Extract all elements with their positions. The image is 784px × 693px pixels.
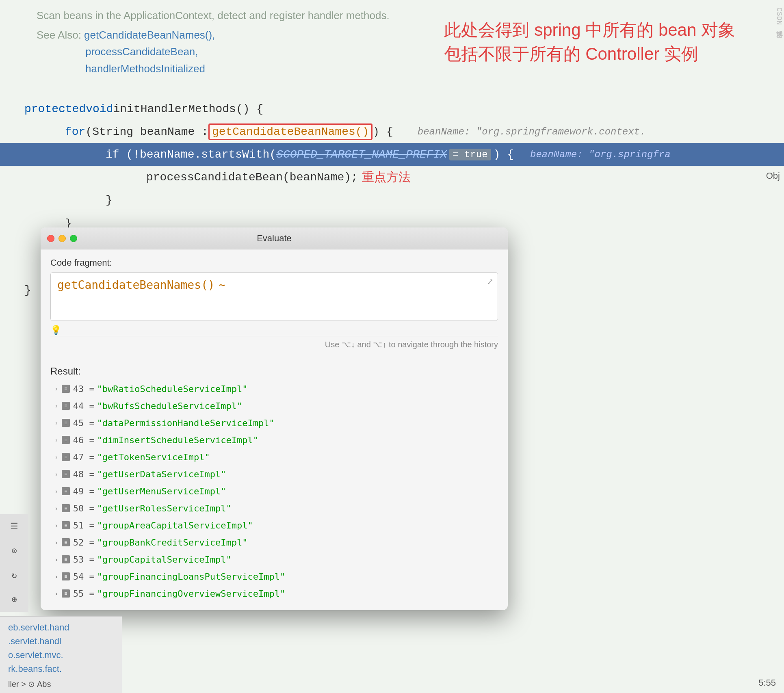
value-51: "groupAreaCapitalServiceImpl"	[97, 520, 253, 531]
result-item-43[interactable]: › ≡ 43 = "bwRatioScheduleServiceImpl"	[50, 380, 498, 397]
value-50: "getUserRolesServiceImpl"	[97, 503, 232, 513]
see-also-link2[interactable]: processCandidateBean,	[85, 45, 198, 58]
dialog-titlebar: Evaluate	[41, 227, 508, 249]
index-43: 43 =	[73, 384, 95, 394]
result-label: Result:	[50, 366, 498, 377]
result-item-47[interactable]: › ≡ 47 = "getTokenServiceImpl"	[50, 448, 498, 466]
chevron-icon-44: ›	[54, 402, 58, 410]
see-also-link1[interactable]: getCandidateBeanNames(),	[84, 29, 215, 41]
index-55: 55 =	[73, 589, 95, 599]
value-54: "groupFinancingLoansPutServiceImpl"	[97, 572, 286, 582]
code-input-area[interactable]: getCandidateBeanNames() ~ ⤢	[50, 272, 498, 321]
result-item-46[interactable]: › ≡ 46 = "dimInsertScheduleServiceImpl"	[50, 431, 498, 448]
chevron-icon-47: ›	[54, 453, 58, 461]
index-53: 53 =	[73, 554, 95, 565]
value-49: "getUserMenuServiceImpl"	[97, 486, 226, 496]
value-48: "getUserDataServiceImpl"	[97, 469, 226, 479]
result-item-52[interactable]: › ≡ 52 = "groupBankCreditServiceImpl"	[50, 534, 498, 551]
chevron-icon-54: ›	[54, 573, 58, 580]
chevron-icon-43: ›	[54, 385, 58, 393]
maximize-button[interactable]	[70, 235, 77, 242]
see-also-link3[interactable]: handlerMethodsInitialized	[85, 63, 205, 75]
hint-beanname2: beanName: "org.springfra	[530, 149, 671, 160]
value-53: "groupCapitalServiceImpl"	[97, 554, 232, 565]
breadcrumb: ller > ⊙ Abs	[8, 679, 114, 689]
chinese-annotation: 此处会得到 spring 中所有的 bean 对象 包括不限于所有的 Contr…	[444, 18, 735, 66]
result-list: › ≡ 43 = "bwRatioScheduleServiceImpl" › …	[50, 380, 498, 602]
code-line-1: protected void initHandlerMethods() {	[0, 97, 784, 120]
keyword-for: for	[65, 126, 85, 138]
index-54: 54 =	[73, 572, 95, 582]
for-close: ) {	[373, 126, 393, 138]
index-51: 51 =	[73, 520, 95, 531]
result-item-55[interactable]: › ≡ 55 = "groupFinancingOverviewServiceI…	[50, 585, 498, 602]
value-46: "dimInsertScheduleServiceImpl"	[97, 435, 258, 445]
refresh-icon[interactable]: ↻	[6, 567, 22, 583]
result-item-54[interactable]: › ≡ 54 = "groupFinancingLoansPutServiceI…	[50, 568, 498, 585]
chevron-icon-49: ›	[54, 487, 58, 495]
result-item-44[interactable]: › ≡ 44 = "bwRufsScheduleServiceImpl"	[50, 397, 498, 414]
close-brace-if: }	[106, 194, 113, 206]
index-44: 44 =	[73, 401, 95, 411]
history-hint: Use ⌥↓ and ⌥↑ to navigate through the hi…	[50, 336, 498, 353]
if-close: ) {	[494, 148, 514, 161]
code-line-3: if (!beanName.startsWith( SCOPED_TARGET_…	[0, 143, 784, 166]
result-item-49[interactable]: › ≡ 49 = "getUserMenuServiceImpl"	[50, 483, 498, 500]
result-item-45[interactable]: › ≡ 45 = "dataPermissionHandleServiceImp…	[50, 414, 498, 431]
for-content: (String beanName :	[85, 126, 208, 138]
close-brace-method: }	[24, 284, 31, 297]
bottom-link-1[interactable]: eb.servlet.hand	[8, 621, 114, 635]
code-fragment-label: Code fragment:	[50, 258, 498, 268]
code-line-2: for (String beanName : getCandidateBeanN…	[0, 120, 784, 143]
camera-icon[interactable]: ⊙	[6, 543, 22, 559]
bean-icon-44: ≡	[62, 402, 70, 410]
minimize-button[interactable]	[58, 235, 66, 242]
chevron-icon-55: ›	[54, 590, 58, 598]
index-45: 45 =	[73, 418, 95, 428]
traffic-lights	[47, 235, 77, 242]
chinese-line2: 包括不限于所有的 Controller 实例	[444, 42, 735, 66]
close-button[interactable]	[47, 235, 54, 242]
bottom-link-4[interactable]: rk.beans.fact.	[8, 662, 114, 676]
time-display: 5:55	[758, 678, 776, 688]
keyword-protected: protected	[24, 103, 86, 115]
value-47: "getTokenServiceImpl"	[97, 452, 210, 462]
bean-icon-55: ≡	[62, 589, 70, 598]
bean-icon-50: ≡	[62, 504, 70, 512]
dialog-body: Code fragment: getCandidateBeanNames() ~…	[41, 249, 508, 366]
bottom-link-3[interactable]: o.servlet.mvc.	[8, 648, 114, 662]
result-item-51[interactable]: › ≡ 51 = "groupAreaCapitalServiceImpl"	[50, 517, 498, 534]
comment-text: Scan beans in the ApplicationContext, de…	[37, 9, 390, 22]
code-line-4: processCandidateBean(beanName); 重点方法	[0, 166, 784, 188]
chevron-icon-45: ›	[54, 419, 58, 427]
true-badge: = true	[449, 149, 491, 160]
chevron-icon-53: ›	[54, 556, 58, 563]
bean-icon-49: ≡	[62, 487, 70, 495]
bottom-link-2[interactable]: .servlet.handl	[8, 635, 114, 648]
chevron-icon-46: ›	[54, 436, 58, 444]
bean-icon-48: ≡	[62, 470, 70, 478]
bean-icon-47: ≡	[62, 453, 70, 461]
bean-icon-53: ≡	[62, 555, 70, 563]
value-52: "groupBankCreditServiceImpl"	[97, 537, 248, 548]
bean-icon-45: ≡	[62, 419, 70, 427]
result-item-53[interactable]: › ≡ 53 = "groupCapitalServiceImpl"	[50, 551, 498, 568]
method-name: initHandlerMethods() {	[113, 103, 263, 115]
see-also-label: See Also:	[37, 29, 81, 41]
bean-icon-43: ≡	[62, 385, 70, 393]
index-46: 46 =	[73, 435, 95, 445]
process-method: processCandidateBean(beanName);	[146, 171, 358, 184]
watermark: CSDN博客	[774, 7, 784, 25]
list-icon[interactable]: ☰	[6, 518, 22, 535]
settings-icon[interactable]: ⊕	[6, 591, 22, 608]
result-item-50[interactable]: › ≡ 50 = "getUserRolesServiceImpl"	[50, 500, 498, 517]
bean-icon-51: ≡	[62, 521, 70, 529]
cursor-tilde: ~	[219, 278, 225, 292]
value-44: "bwRufsScheduleServiceImpl"	[97, 401, 243, 411]
expand-icon[interactable]: ⤢	[487, 277, 494, 287]
bottom-bar: eb.servlet.hand .servlet.handl o.servlet…	[0, 616, 122, 693]
if-keyword: if (!beanName.startsWith(	[106, 148, 276, 161]
index-47: 47 =	[73, 452, 95, 462]
bean-icon-52: ≡	[62, 538, 70, 546]
result-item-48[interactable]: › ≡ 48 = "getUserDataServiceImpl"	[50, 466, 498, 483]
